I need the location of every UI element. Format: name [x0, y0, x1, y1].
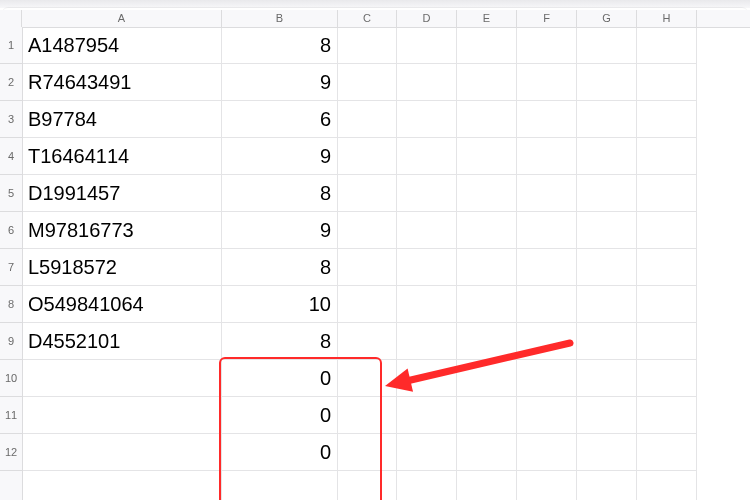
cell-E3[interactable] — [457, 101, 517, 138]
cell-D10[interactable] — [397, 360, 457, 397]
cell-E5[interactable] — [457, 175, 517, 212]
cell-A5[interactable]: D1991457 — [22, 175, 222, 212]
column-header-H[interactable]: H — [637, 10, 697, 27]
cell-F8[interactable] — [517, 286, 577, 323]
select-all-corner[interactable] — [0, 10, 22, 27]
cell-C13[interactable] — [338, 471, 397, 500]
cell-B1[interactable]: 8 — [222, 27, 338, 64]
cell-G8[interactable] — [577, 286, 637, 323]
cell-F2[interactable] — [517, 64, 577, 101]
cell-D3[interactable] — [397, 101, 457, 138]
cell-G3[interactable] — [577, 101, 637, 138]
cell-E10[interactable] — [457, 360, 517, 397]
cell-H10[interactable] — [637, 360, 697, 397]
cell-E4[interactable] — [457, 138, 517, 175]
cell-D13[interactable] — [397, 471, 457, 500]
row-header-5[interactable]: 5 — [0, 175, 22, 212]
cell-E7[interactable] — [457, 249, 517, 286]
cell-F4[interactable] — [517, 138, 577, 175]
cell-G2[interactable] — [577, 64, 637, 101]
row-header-6[interactable]: 6 — [0, 212, 22, 249]
cell-G4[interactable] — [577, 138, 637, 175]
cell-B6[interactable]: 9 — [222, 212, 338, 249]
cell-F1[interactable] — [517, 27, 577, 64]
cell-C10[interactable] — [338, 360, 397, 397]
cell-F11[interactable] — [517, 397, 577, 434]
cell-G1[interactable] — [577, 27, 637, 64]
cell-A10[interactable] — [22, 360, 222, 397]
cell-A9[interactable]: D4552101 — [22, 323, 222, 360]
cell-G7[interactable] — [577, 249, 637, 286]
row-header-2[interactable]: 2 — [0, 64, 22, 101]
cell-C11[interactable] — [338, 397, 397, 434]
column-header-B[interactable]: B — [222, 10, 338, 27]
row-header-9[interactable]: 9 — [0, 323, 22, 360]
cell-D11[interactable] — [397, 397, 457, 434]
cell-grid[interactable]: A14879548R746434919B977846T164641149D199… — [22, 27, 750, 500]
cell-G13[interactable] — [577, 471, 637, 500]
cell-H12[interactable] — [637, 434, 697, 471]
column-header-D[interactable]: D — [397, 10, 457, 27]
cell-H13[interactable] — [637, 471, 697, 500]
cell-B7[interactable]: 8 — [222, 249, 338, 286]
column-header-E[interactable]: E — [457, 10, 517, 27]
row-header-3[interactable]: 3 — [0, 101, 22, 138]
cell-F9[interactable] — [517, 323, 577, 360]
cell-C6[interactable] — [338, 212, 397, 249]
cell-E6[interactable] — [457, 212, 517, 249]
cell-E2[interactable] — [457, 64, 517, 101]
cell-B10[interactable]: 0 — [222, 360, 338, 397]
cell-F3[interactable] — [517, 101, 577, 138]
cell-F6[interactable] — [517, 212, 577, 249]
cell-G9[interactable] — [577, 323, 637, 360]
cell-D4[interactable] — [397, 138, 457, 175]
row-header-12[interactable]: 12 — [0, 434, 22, 471]
cell-C8[interactable] — [338, 286, 397, 323]
cell-G11[interactable] — [577, 397, 637, 434]
cell-F5[interactable] — [517, 175, 577, 212]
cell-G5[interactable] — [577, 175, 637, 212]
row-header-7[interactable]: 7 — [0, 249, 22, 286]
cell-H8[interactable] — [637, 286, 697, 323]
cell-E8[interactable] — [457, 286, 517, 323]
row-header-11[interactable]: 11 — [0, 397, 22, 434]
cell-H3[interactable] — [637, 101, 697, 138]
cell-C7[interactable] — [338, 249, 397, 286]
cell-H6[interactable] — [637, 212, 697, 249]
cell-A4[interactable]: T16464114 — [22, 138, 222, 175]
cell-A13[interactable] — [22, 471, 222, 500]
cell-G10[interactable] — [577, 360, 637, 397]
cell-F7[interactable] — [517, 249, 577, 286]
cell-D1[interactable] — [397, 27, 457, 64]
cell-D8[interactable] — [397, 286, 457, 323]
cell-F13[interactable] — [517, 471, 577, 500]
column-header-C[interactable]: C — [338, 10, 397, 27]
column-header-G[interactable]: G — [577, 10, 637, 27]
cell-D7[interactable] — [397, 249, 457, 286]
cell-H5[interactable] — [637, 175, 697, 212]
cell-D2[interactable] — [397, 64, 457, 101]
cell-H9[interactable] — [637, 323, 697, 360]
cell-F10[interactable] — [517, 360, 577, 397]
cell-H1[interactable] — [637, 27, 697, 64]
cell-A12[interactable] — [22, 434, 222, 471]
cell-E1[interactable] — [457, 27, 517, 64]
cell-C12[interactable] — [338, 434, 397, 471]
cell-B3[interactable]: 6 — [222, 101, 338, 138]
row-header-1[interactable]: 1 — [0, 27, 22, 64]
column-header-A[interactable]: A — [22, 10, 222, 27]
cell-E11[interactable] — [457, 397, 517, 434]
cell-A6[interactable]: M97816773 — [22, 212, 222, 249]
cell-A8[interactable]: O549841064 — [22, 286, 222, 323]
cell-D9[interactable] — [397, 323, 457, 360]
cell-G6[interactable] — [577, 212, 637, 249]
cell-H4[interactable] — [637, 138, 697, 175]
cell-H2[interactable] — [637, 64, 697, 101]
cell-B12[interactable]: 0 — [222, 434, 338, 471]
cell-C3[interactable] — [338, 101, 397, 138]
cell-C9[interactable] — [338, 323, 397, 360]
cell-A7[interactable]: L5918572 — [22, 249, 222, 286]
cell-H11[interactable] — [637, 397, 697, 434]
cell-A2[interactable]: R74643491 — [22, 64, 222, 101]
cell-B13[interactable] — [222, 471, 338, 500]
